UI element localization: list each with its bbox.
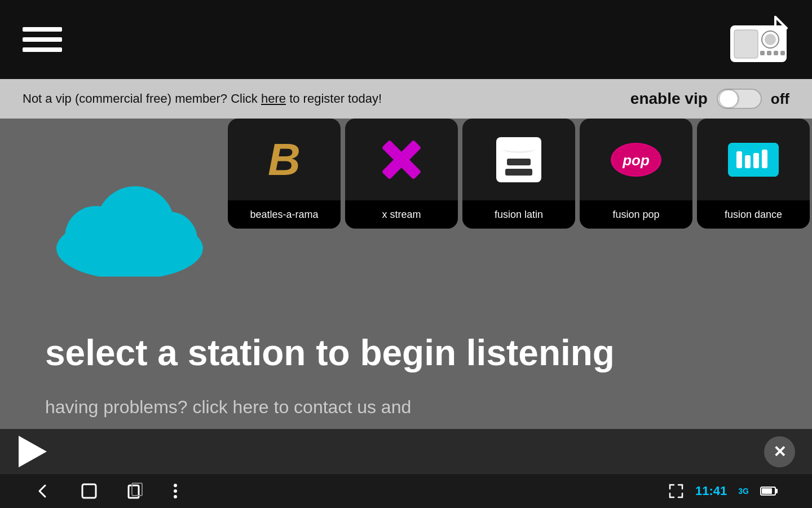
station-label-xstream: x stream xyxy=(345,200,458,229)
hamburger-line xyxy=(23,47,62,52)
back-button[interactable] xyxy=(34,482,52,500)
cloud-illustration xyxy=(45,175,214,288)
android-nav-bar: 11:41 3G xyxy=(0,474,812,508)
station-label-fusion-dance: fusion dance xyxy=(697,200,810,229)
play-triangle-icon xyxy=(19,436,47,467)
station-card-beatles-a-rama[interactable]: B beatles-a-rama xyxy=(228,119,341,229)
recents-button[interactable] xyxy=(126,482,144,500)
battery-icon xyxy=(760,486,778,496)
vip-off-label: off xyxy=(771,90,789,108)
overflow-menu-button[interactable] xyxy=(173,482,178,500)
play-button[interactable] xyxy=(17,436,48,467)
fusion-latin-wave xyxy=(502,144,536,153)
svg-rect-16 xyxy=(762,150,767,168)
svg-point-24 xyxy=(174,484,177,487)
svg-rect-29 xyxy=(775,489,778,493)
fusion-latin-bar1 xyxy=(507,159,531,165)
svg-rect-13 xyxy=(736,151,742,168)
xstream-logo-cross xyxy=(379,137,424,182)
fusion-latin-bar2 xyxy=(505,169,532,176)
vip-bar: Not a vip (commercial free) member? Clic… xyxy=(0,79,812,119)
nav-right-status: 11:41 3G xyxy=(668,483,778,499)
svg-rect-7 xyxy=(767,51,771,55)
network-badge: 3G xyxy=(738,487,749,496)
fusion-pop-logo-circle: pop xyxy=(611,143,661,177)
problems-text[interactable]: having problems? click here to contact u… xyxy=(45,397,411,418)
player-bar: ✕ xyxy=(0,429,812,474)
station-card-fusion-latin[interactable]: fusion latin xyxy=(462,119,575,229)
svg-rect-21 xyxy=(82,484,96,498)
station-label-beatles: beatles-a-rama xyxy=(228,200,341,229)
top-bar xyxy=(0,0,812,79)
station-logo-beatles: B xyxy=(228,119,341,200)
nav-left-controls xyxy=(34,482,178,500)
svg-rect-3 xyxy=(734,30,758,58)
svg-point-25 xyxy=(174,489,177,493)
station-logo-xstream xyxy=(345,119,458,200)
hamburger-menu-icon[interactable] xyxy=(23,27,62,52)
svg-text:pop: pop xyxy=(622,151,650,168)
svg-point-20 xyxy=(141,212,197,268)
hamburger-line xyxy=(23,27,62,32)
station-card-fusion-pop[interactable]: pop fusion pop xyxy=(580,119,692,229)
fullscreen-icon[interactable] xyxy=(668,483,684,499)
vip-message: Not a vip (commercial free) member? Clic… xyxy=(23,91,382,106)
fusion-latin-logo-icon xyxy=(496,137,541,182)
vip-toggle-area: enable vip off xyxy=(630,89,789,109)
svg-rect-6 xyxy=(760,51,765,55)
svg-point-5 xyxy=(765,34,776,45)
close-button[interactable]: ✕ xyxy=(764,436,795,467)
enable-vip-label: enable vip xyxy=(630,90,708,108)
svg-rect-28 xyxy=(762,488,772,494)
hamburger-line xyxy=(23,37,62,42)
station-logo-fusion-dance xyxy=(697,119,810,200)
main-content: B beatles-a-rama x stream fusion latin xyxy=(0,119,812,429)
station-label-fusion-pop: fusion pop xyxy=(580,200,692,229)
svg-rect-14 xyxy=(745,155,751,168)
fusion-dance-logo-box xyxy=(728,143,779,177)
radio-icon xyxy=(727,14,789,65)
station-card-x-stream[interactable]: x stream xyxy=(345,119,458,229)
station-logo-fusion-pop: pop xyxy=(580,119,692,200)
select-station-text: select a station to begin listening xyxy=(45,333,615,373)
vip-register-link[interactable]: here xyxy=(261,91,286,106)
close-circle-icon: ✕ xyxy=(764,436,795,467)
station-label-fusion-latin: fusion latin xyxy=(462,200,575,229)
station-logo-fusion-latin xyxy=(462,119,575,200)
home-button[interactable] xyxy=(80,482,98,500)
beatles-logo-letter: B xyxy=(268,137,301,182)
svg-rect-8 xyxy=(774,51,778,55)
svg-rect-15 xyxy=(753,153,759,168)
svg-point-26 xyxy=(174,495,177,498)
toggle-knob xyxy=(719,90,738,108)
time-display: 11:41 xyxy=(695,484,727,498)
svg-rect-9 xyxy=(780,51,785,55)
vip-toggle-switch[interactable] xyxy=(717,89,762,109)
station-card-fusion-dance[interactable]: fusion dance xyxy=(697,119,810,229)
